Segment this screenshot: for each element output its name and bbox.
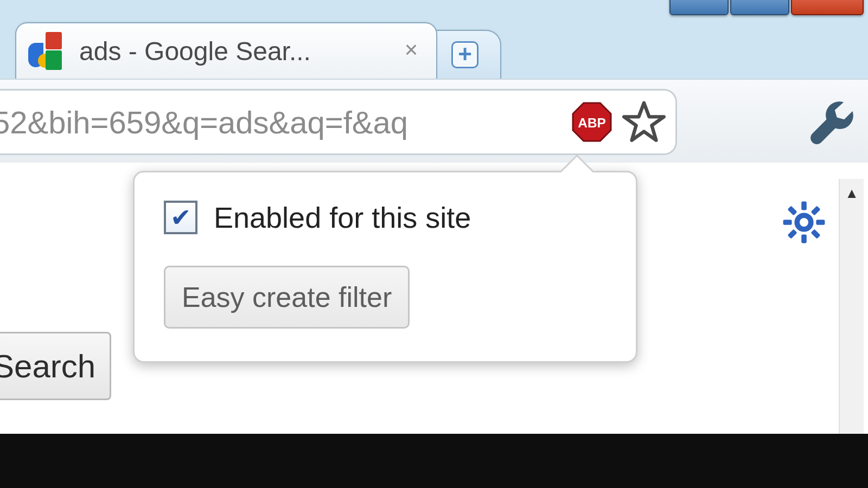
- svg-rect-4: [801, 202, 807, 210]
- new-tab-button[interactable]: +: [429, 30, 501, 79]
- address-bar[interactable]: 52&bih=659&q=ads&aq=f&aq ABP: [0, 89, 677, 155]
- svg-rect-8: [810, 206, 820, 215]
- svg-rect-11: [810, 229, 820, 239]
- browser-window: ads - Google Sear... × + 52&bih=659&q=ad…: [0, 0, 868, 434]
- abp-icon[interactable]: ABP: [571, 101, 612, 143]
- scrollbar-up-icon[interactable]: ▲: [840, 181, 864, 205]
- window-minimize-button[interactable]: [669, 0, 729, 15]
- abp-enable-row: ✔ Enabled for this site: [164, 201, 607, 234]
- tab-active[interactable]: ads - Google Sear... ×: [15, 22, 437, 79]
- svg-marker-2: [624, 103, 664, 140]
- svg-rect-6: [783, 220, 792, 225]
- page-settings-gear-icon[interactable]: [782, 201, 826, 244]
- bookmark-star-icon[interactable]: [622, 100, 666, 144]
- svg-point-3: [797, 215, 811, 229]
- window-caption-buttons: [669, 0, 864, 15]
- window-maximize-button[interactable]: [730, 0, 789, 15]
- svg-rect-10: [787, 206, 797, 215]
- tab-strip: ads - Google Sear... × +: [0, 16, 868, 79]
- search-button[interactable]: Search: [0, 332, 111, 400]
- abp-create-filter-label: Easy create filter: [182, 281, 392, 313]
- tab-title: ads - Google Sear...: [79, 36, 391, 66]
- search-button-label: Search: [0, 348, 95, 385]
- google-favicon-icon: [28, 32, 66, 70]
- letterbox-bottom: [0, 434, 868, 488]
- wrench-icon[interactable]: [806, 97, 858, 149]
- svg-rect-9: [787, 229, 797, 239]
- abp-create-filter-button[interactable]: Easy create filter: [164, 266, 410, 329]
- abp-popup: ✔ Enabled for this site Easy create filt…: [133, 171, 637, 363]
- abp-enable-label: Enabled for this site: [214, 201, 471, 234]
- vertical-scrollbar[interactable]: ▲: [839, 179, 864, 434]
- svg-text:ABP: ABP: [578, 115, 605, 130]
- tab-close-icon[interactable]: ×: [398, 38, 424, 64]
- abp-enable-checkbox[interactable]: ✔: [164, 201, 197, 234]
- screenshot-viewport: ads - Google Sear... × + 52&bih=659&q=ad…: [0, 0, 868, 488]
- address-bar-text: 52&bih=659&q=ads&aq=f&aq: [0, 104, 566, 140]
- window-close-button[interactable]: [791, 0, 864, 15]
- svg-rect-5: [801, 234, 807, 243]
- svg-rect-7: [816, 220, 825, 225]
- browser-toolbar: 52&bih=659&q=ads&aq=f&aq ABP: [0, 79, 868, 164]
- plus-icon: +: [451, 41, 478, 68]
